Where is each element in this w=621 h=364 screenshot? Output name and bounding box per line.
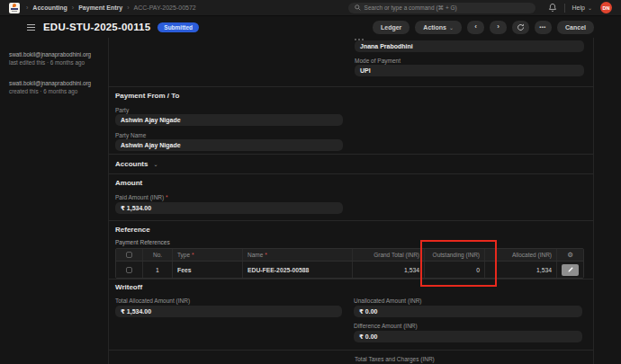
activity-action: created this · 6 months ago: [9, 87, 104, 95]
required-marker: *: [265, 252, 267, 258]
payment-references-label: Payment References: [115, 239, 582, 245]
party-field[interactable]: Ashwin Ajay Nigade: [115, 114, 343, 126]
section-title: Amount: [115, 174, 582, 187]
breadcrumb-accounting[interactable]: Accounting: [32, 4, 68, 11]
payment-entry-form: Jnana Prabodhini Mode of Payment UPI Pay…: [108, 38, 594, 364]
help-label: Help: [572, 4, 585, 11]
party-name-field[interactable]: Ashwin Ajay Nigade: [115, 139, 343, 151]
activity-action: last edited this · 6 months ago: [9, 58, 104, 67]
cell-name[interactable]: EDU-FEE-2025-00588: [243, 262, 353, 278]
activity-user: swati.bokil@jnanaprabodhini.org: [9, 79, 104, 87]
section-taxes: Total Taxes and Charges (INR): [109, 351, 593, 364]
required-marker: *: [166, 194, 168, 200]
chevron-right-icon: ›: [497, 23, 500, 31]
paid-amount-field[interactable]: ₹ 1,534.00: [115, 202, 343, 214]
paid-amount-label: Paid Amount (INR) *: [115, 194, 343, 200]
sidebar-activity-created: swati.bokil@jnanaprabodhini.org created …: [9, 79, 104, 96]
chevron-right-icon: ›: [127, 4, 129, 11]
more-menu-button[interactable]: ⋯: [535, 21, 552, 34]
section-payment-type: Jnana Prabodhini Mode of Payment UPI: [109, 38, 593, 87]
breadcrumb: › Accounting › Payment Entry › ACC-PAY-2…: [26, 4, 196, 11]
cell-grand-total[interactable]: 1,534: [353, 262, 425, 278]
chevron-right-icon: ›: [72, 4, 74, 11]
ledger-button[interactable]: Ledger: [373, 21, 410, 34]
company-field[interactable]: Jnana Prabodhini: [355, 40, 584, 52]
search-placeholder: Search or type a command (⌘ + G): [364, 4, 457, 12]
column-header-name: Name *: [243, 249, 353, 261]
mode-of-payment-field[interactable]: UPI: [355, 65, 584, 76]
user-avatar[interactable]: DN: [600, 2, 612, 13]
payment-references-table: No. Type * Name * Grand Total (INR) Outs…: [115, 248, 584, 279]
difference-label: Difference Amount (INR): [354, 323, 582, 329]
section-accounts: Accounts ⌄: [109, 155, 593, 174]
row-edit-button[interactable]: [562, 264, 579, 276]
column-header-type: Type *: [173, 249, 243, 261]
activity-user: swati.bokil@jnanaprabodhini.org: [9, 50, 104, 58]
chevron-right-icon: ›: [26, 4, 28, 11]
breadcrumb-current-doc: ACC-PAY-2025-00572: [134, 4, 196, 11]
section-title: Reference: [115, 221, 582, 234]
pencil-icon: [567, 266, 574, 273]
sidebar-toggle-icon[interactable]: [27, 24, 35, 31]
global-search-input[interactable]: Search or type a command (⌘ + G): [348, 3, 536, 13]
section-title: Writeoff: [115, 280, 582, 291]
chevron-left-icon: ‹: [474, 23, 477, 31]
cell-no: 1: [143, 262, 173, 278]
ellipsis-icon: ⋯: [539, 23, 547, 31]
logo-flame-icon: [13, 4, 16, 7]
section-writeoff: Writeoff Total Allocated Amount (INR) ₹ …: [109, 280, 593, 351]
total-allocated-label: Total Allocated Amount (INR): [115, 297, 342, 304]
section-title: Payment From / To: [115, 87, 582, 100]
sidebar-activity-edited: swati.bokil@jnanaprabodhini.org last edi…: [9, 50, 104, 67]
chevron-down-icon: ⌄: [449, 24, 454, 31]
actions-button[interactable]: Actions ⌄: [415, 21, 462, 34]
party-label: Party: [115, 107, 343, 113]
accounts-collapsible-header[interactable]: Accounts ⌄: [115, 155, 582, 168]
table-settings-gear-icon[interactable]: ⚙: [567, 252, 573, 259]
status-badge: Submitted: [158, 22, 199, 32]
column-header-allocated: Allocated (INR): [485, 249, 557, 261]
previous-document-button[interactable]: ‹: [467, 21, 484, 34]
refresh-icon: [517, 23, 525, 31]
unallocated-field[interactable]: ₹ 0.00: [354, 306, 582, 317]
cell-outstanding[interactable]: 0: [425, 262, 485, 278]
search-icon: [355, 4, 361, 11]
chevron-down-icon: ⌄: [153, 161, 158, 167]
mode-of-payment-label: Mode of Payment: [355, 58, 584, 64]
table-header-row: No. Type * Name * Grand Total (INR) Outs…: [116, 249, 583, 262]
table-row: 1 Fees EDU-FEE-2025-00588 1,534 0 1,534: [116, 262, 583, 278]
cell-type[interactable]: Fees: [173, 262, 243, 278]
column-header-grand-total: Grand Total (INR): [353, 249, 425, 261]
column-header-outstanding: Outstanding (INR): [425, 249, 485, 261]
chevron-down-icon: ⌄: [588, 4, 592, 11]
divider: [564, 4, 565, 13]
document-sidebar: swati.bokil@jnanaprabodhini.org last edi…: [9, 50, 104, 108]
cell-allocated[interactable]: 1,534: [485, 262, 557, 278]
required-marker: *: [192, 252, 194, 258]
top-navbar: › Accounting › Payment Entry › ACC-PAY-2…: [0, 0, 621, 16]
total-allocated-field[interactable]: ₹ 1,534.00: [115, 306, 342, 317]
section-amount: Amount Paid Amount (INR) * ₹ 1,534.00: [109, 174, 593, 221]
unallocated-label: Unallocated Amount (INR): [354, 297, 582, 304]
difference-field[interactable]: ₹ 0.00: [354, 331, 582, 342]
section-payment-from-to: Payment From / To Party Ashwin Ajay Niga…: [109, 87, 593, 155]
help-menu[interactable]: Help ⌄: [572, 4, 592, 11]
party-name-label: Party Name: [115, 132, 343, 138]
cancel-button[interactable]: Cancel: [557, 21, 594, 34]
notification-bell-icon[interactable]: [548, 3, 557, 13]
next-document-button[interactable]: ›: [490, 21, 507, 34]
row-checkbox[interactable]: [126, 267, 132, 273]
page-title: EDU-STU-2025-00115: [43, 22, 150, 32]
breadcrumb-payment-entry[interactable]: Payment Entry: [78, 4, 122, 11]
page-header: EDU-STU-2025-00115 Submitted Ledger Acti…: [0, 16, 621, 38]
total-taxes-label: Total Taxes and Charges (INR): [355, 351, 584, 362]
column-header-no: No.: [143, 249, 173, 261]
refresh-button[interactable]: [512, 21, 529, 34]
app-logo[interactable]: [9, 3, 20, 13]
section-reference: Reference Payment References No. Type * …: [109, 221, 593, 280]
select-all-checkbox[interactable]: [126, 252, 132, 258]
